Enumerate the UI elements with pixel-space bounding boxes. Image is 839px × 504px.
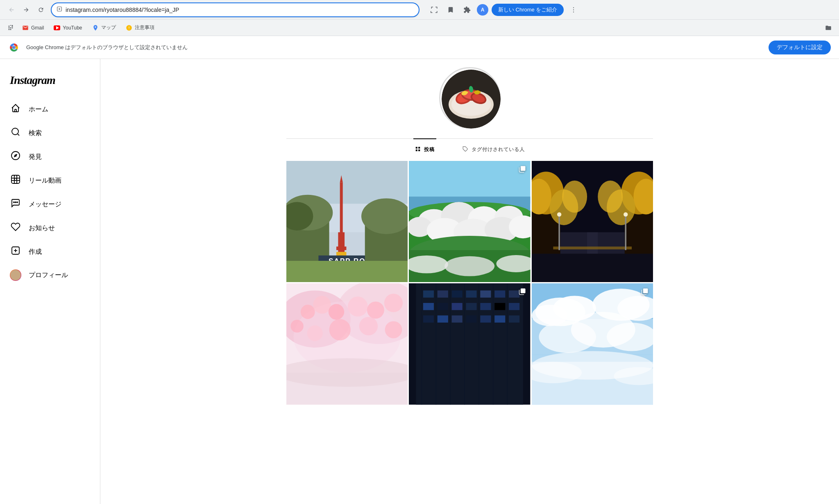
set-default-button[interactable]: デフォルトに設定: [769, 41, 831, 54]
svg-rect-132: [481, 303, 491, 310]
nav-buttons: [5, 3, 48, 16]
back-button[interactable]: [5, 3, 18, 16]
svg-rect-98: [558, 215, 560, 250]
menu-button[interactable]: [567, 3, 580, 16]
svg-point-3: [573, 9, 574, 10]
photo-night-trees[interactable]: [532, 161, 653, 282]
photo-building[interactable]: [409, 283, 530, 405]
reload-button[interactable]: [34, 3, 48, 16]
svg-rect-40: [418, 147, 420, 148]
svg-point-20: [15, 202, 16, 203]
toolbar-right: A 新しい Chrome をご紹介: [428, 3, 580, 16]
svg-rect-63: [286, 261, 408, 282]
tab-posts[interactable]: 投稿: [413, 138, 436, 160]
chrome-infobar: Google Chrome はデフォルトのブラウザとして設定されていません デフ…: [0, 36, 839, 59]
new-chrome-button[interactable]: 新しい Chrome をご紹介: [492, 4, 564, 16]
search-icon: [10, 127, 21, 139]
chrome-titlebar: instagram.com/ryotarou88884/?locale=ja_J…: [0, 0, 839, 20]
svg-rect-41: [415, 149, 417, 151]
photo-sapporo[interactable]: SAPP RO: [286, 161, 408, 282]
sidebar-item-messages[interactable]: メッセージ: [5, 193, 95, 215]
bookmark-maps[interactable]: マップ: [88, 22, 120, 34]
svg-point-118: [286, 358, 408, 387]
svg-rect-142: [422, 283, 422, 405]
url-text: instagram.com/ryotarou88884/?locale=ja_J…: [66, 7, 414, 13]
svg-rect-92: [553, 246, 632, 249]
svg-point-114: [329, 319, 351, 340]
sidebar-item-home[interactable]: ホーム: [5, 98, 95, 120]
home-icon: [10, 103, 21, 115]
profile-section: 投稿 タグ付けされている人: [278, 67, 661, 405]
svg-point-106: [301, 305, 315, 319]
tagged-icon: [463, 146, 468, 153]
bookmark-caution-label: 注意事項: [135, 24, 154, 31]
screen-capture-button[interactable]: [428, 3, 441, 16]
bookmarks-folder-button[interactable]: [823, 22, 834, 34]
bookmark-gmail[interactable]: Gmail: [18, 22, 48, 34]
infobar-text: Google Chrome はデフォルトのブラウザとして設定されていません: [26, 44, 762, 51]
svg-rect-130: [452, 303, 463, 310]
omnibox[interactable]: instagram.com/ryotarou88884/?locale=ja_J…: [51, 2, 420, 17]
svg-rect-147: [493, 283, 494, 405]
svg-rect-139: [481, 316, 491, 323]
security-icon: [57, 6, 62, 13]
notifications-label: お知らせ: [29, 224, 55, 233]
sidebar-item-notifications[interactable]: お知らせ: [5, 217, 95, 239]
apps-button[interactable]: [5, 22, 16, 34]
explore-label: 発見: [29, 153, 42, 161]
svg-rect-131: [466, 303, 477, 310]
multi-photo-icon-2: [518, 287, 526, 298]
svg-rect-146: [478, 283, 479, 405]
photo-sky[interactable]: [532, 283, 653, 405]
bookmark-caution[interactable]: 注意事項: [122, 22, 159, 34]
photo-flowers[interactable]: [409, 161, 530, 282]
svg-rect-122: [438, 291, 448, 298]
svg-rect-52: [336, 246, 346, 250]
svg-point-159: [539, 321, 596, 353]
profile-button[interactable]: A: [477, 4, 488, 16]
multi-photo-icon: [518, 165, 526, 175]
svg-rect-97: [532, 254, 653, 283]
sidebar-item-explore[interactable]: 発見: [5, 146, 95, 168]
instagram-main: 投稿 タグ付けされている人: [100, 59, 839, 504]
forward-button[interactable]: [20, 3, 33, 16]
sidebar-item-profile[interactable]: プロフィール: [5, 264, 95, 286]
bookmark-gmail-label: Gmail: [31, 25, 44, 31]
bookmark-youtube[interactable]: YouTube: [50, 22, 86, 34]
svg-rect-51: [338, 232, 345, 253]
explore-icon: [10, 151, 21, 163]
photo-cherry[interactable]: [286, 283, 408, 405]
svg-point-101: [624, 212, 628, 217]
profile-avatar-section: [286, 67, 653, 129]
sidebar-item-search[interactable]: 検索: [5, 122, 95, 144]
svg-rect-143: [436, 283, 437, 405]
svg-rect-123: [452, 291, 463, 298]
svg-rect-136: [438, 316, 448, 323]
svg-rect-124: [466, 291, 477, 298]
bookmark-button[interactable]: [444, 3, 457, 16]
svg-point-21: [17, 202, 18, 203]
svg-point-95: [562, 181, 587, 212]
svg-point-108: [329, 304, 344, 320]
svg-rect-82: [520, 166, 525, 171]
svg-rect-148: [507, 283, 508, 405]
svg-point-110: [367, 302, 384, 319]
main-layout: Instagram ホーム 検索 発見 リール動画: [0, 59, 839, 504]
svg-point-113: [307, 325, 323, 341]
svg-point-109: [348, 297, 368, 317]
tagged-tab-label: タグ付けされている人: [472, 146, 525, 153]
bookmark-youtube-label: YouTube: [63, 25, 82, 31]
sidebar-item-reels[interactable]: リール動画: [5, 170, 95, 192]
profile-label: プロフィール: [29, 271, 68, 280]
instagram-sidebar: Instagram ホーム 検索 発見 リール動画: [0, 59, 100, 504]
sidebar-item-create[interactable]: 作成: [5, 241, 95, 263]
svg-point-19: [14, 202, 14, 203]
reels-label: リール動画: [29, 176, 61, 185]
profile-tabs: 投稿 タグ付けされている人: [286, 138, 653, 160]
svg-point-1: [59, 8, 60, 10]
reels-icon: [10, 174, 21, 187]
extension-button[interactable]: [460, 3, 474, 16]
tab-tagged[interactable]: タグ付けされている人: [461, 139, 526, 160]
instagram-logo[interactable]: Instagram: [5, 67, 95, 98]
svg-rect-137: [452, 316, 463, 323]
